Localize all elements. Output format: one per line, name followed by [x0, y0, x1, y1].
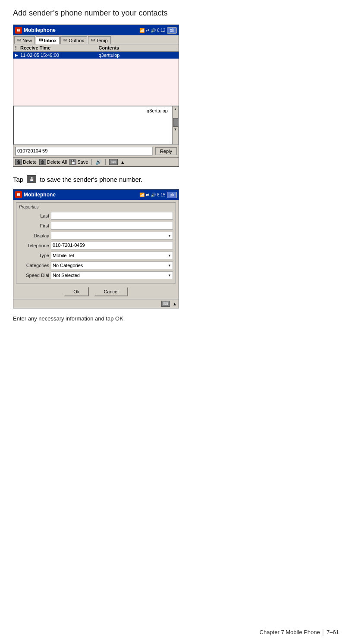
input-speed-dial[interactable]: Not Selected ▼ — [51, 271, 173, 279]
speed-dial-dropdown-arrow: ▼ — [168, 274, 171, 277]
instruction-rest-text: to save the sender's phone number. — [40, 176, 142, 183]
phone-number-display: 010720104 59 — [15, 147, 153, 156]
field-display: Display ▼ — [19, 232, 173, 240]
field-categories: Categories No Categories ▼ — [19, 261, 173, 269]
input-type[interactable]: Mobile Tel ▼ — [51, 252, 173, 259]
phone-reply-row: 010720104 59 Reply — [13, 145, 179, 157]
msg-text-area: q3erttuiop ▲ ▼ — [13, 106, 179, 145]
mail-icon-inbox: ✉ — [39, 37, 43, 43]
display-dropdown-arrow: ▼ — [168, 234, 171, 238]
delete-all-label: Delete All — [47, 159, 67, 165]
input-telephone[interactable]: 010-7201-0459 — [51, 242, 173, 249]
bottom-toolbar-1: 🗑 Delete 🗑 Delete All 💾 Save 🔊 ⌨ ▲ — [13, 157, 179, 166]
sync-icon: ⇄ — [146, 28, 149, 33]
reply-button[interactable]: Reply — [155, 147, 177, 155]
ok-cancel-row: Ok Cancel — [13, 287, 179, 296]
arrow-up-icon: ▲ — [120, 160, 125, 165]
tab-temp-label: Temp — [96, 38, 108, 43]
tab-new[interactable]: ✉ New — [14, 36, 35, 44]
app-name-2: Mobilephone — [24, 192, 138, 198]
delete-label: Delete — [23, 159, 37, 165]
delete-button[interactable]: 🗑 Delete — [15, 159, 37, 165]
input-first[interactable] — [51, 222, 173, 230]
msg-alert-icon: ▶ — [15, 53, 20, 57]
field-speed-dial: Speed Dial Not Selected ▼ — [19, 271, 173, 279]
bottom-toolbar-2: ⌨ ▲ — [13, 299, 179, 308]
mail-icon-new: ✉ — [17, 37, 21, 43]
tab-temp[interactable]: ✉ Temp — [88, 36, 111, 44]
tab-inbox[interactable]: ✉ Inbox — [36, 36, 60, 44]
properties-title: Properties — [19, 205, 173, 209]
speaker-icon: 🔊 — [95, 159, 102, 165]
tab-outbox[interactable]: ✉ Outbox — [60, 36, 87, 44]
toolbar-separator-1 — [91, 159, 92, 165]
keyboard-icon[interactable]: ⌨ — [109, 159, 118, 165]
scrollbar-thumb[interactable] — [173, 118, 178, 127]
delete-all-icon: 🗑 — [39, 159, 46, 165]
type-dropdown-arrow: ▼ — [168, 254, 171, 258]
ok-dialog-button[interactable]: Ok — [64, 287, 89, 296]
label-type: Type — [19, 253, 49, 258]
type-value: Mobile Tel — [53, 253, 74, 258]
windows-icon-2: ⊞ — [15, 191, 22, 198]
volume-icon-2: 🔊 — [151, 193, 156, 197]
title-bar-1: ⊞ Mobilephone 📶 ⇄ 🔊 6:12 ok — [13, 25, 179, 35]
instruction-tap-text: Tap — [13, 176, 23, 183]
delete-icon: 🗑 — [15, 159, 22, 165]
mail-icon-outbox: ✉ — [63, 37, 67, 43]
scrollbar[interactable]: ▲ ▼ — [172, 106, 178, 144]
input-display[interactable]: ▼ — [51, 232, 173, 240]
keyboard-icon-2[interactable]: ⌨ — [161, 301, 170, 307]
ok-button-2[interactable]: ok — [167, 192, 177, 198]
screenshot-1: ⊞ Mobilephone 📶 ⇄ 🔊 6:12 ok ✉ New ✉ Inbo… — [13, 25, 179, 167]
scroll-up-arrow[interactable]: ▲ — [173, 106, 178, 112]
signal-icon: 📶 — [139, 28, 145, 33]
tab-bar-1: ✉ New ✉ Inbox ✉ Outbox ✉ Temp — [13, 35, 179, 44]
label-last: Last — [19, 213, 49, 218]
input-categories[interactable]: No Categories ▼ — [51, 261, 173, 269]
tab-outbox-label: Outbox — [69, 38, 84, 43]
scroll-down-arrow[interactable]: ▼ — [173, 127, 178, 132]
col-time: Receive Time — [20, 45, 99, 50]
msg-preview-area — [13, 59, 179, 106]
tab-new-label: New — [22, 38, 32, 43]
field-telephone: Telephone 010-7201-0459 — [19, 242, 173, 249]
instruction-paragraph: Tap 💾 to save the sender's phone number. — [13, 175, 339, 183]
categories-dropdown-arrow: ▼ — [168, 264, 171, 268]
delete-all-button[interactable]: 🗑 Delete All — [39, 159, 67, 165]
save-icon: 💾 — [69, 159, 76, 165]
page-heading: Add sender’s phone number to your contac… — [13, 9, 339, 18]
arrow-up-icon-2: ▲ — [173, 302, 177, 306]
time-display-2: 6:15 — [157, 193, 165, 197]
volume-icon: 🔊 — [151, 28, 156, 33]
signal-icon-2: 📶 — [139, 193, 145, 197]
message-row[interactable]: ▶ 11-02-05 15:49:00 q3erttuiop — [13, 52, 179, 59]
save-icon-instruction: 💾 — [27, 175, 36, 183]
save-button[interactable]: 💾 Save — [69, 159, 88, 165]
page-footer: Chapter 7 Mobile Phone │ 7–61 — [260, 629, 339, 635]
status-icons-2: 📶 ⇄ 🔊 6:15 — [139, 193, 165, 197]
field-first: First — [19, 222, 173, 230]
col-contents: Contents — [99, 45, 177, 50]
properties-box: Properties Last First Display ▼ T — [16, 202, 176, 283]
label-display: Display — [19, 233, 49, 238]
app-name-1: Mobilephone — [24, 27, 138, 33]
title-bar-2: ⊞ Mobilephone 📶 ⇄ 🔊 6:15 ok — [13, 190, 179, 200]
cancel-dialog-button[interactable]: Cancel — [94, 287, 128, 296]
label-speed-dial: Speed Dial — [19, 273, 49, 278]
tab-inbox-label: Inbox — [44, 38, 57, 43]
field-last: Last — [19, 212, 173, 220]
input-last[interactable] — [51, 212, 173, 220]
sync-icon-2: ⇄ — [146, 193, 149, 197]
save-label: Save — [77, 159, 88, 165]
msg-text-content: q3erttuiop — [17, 108, 176, 113]
time-display: 6:12 — [157, 28, 165, 33]
msg-contents: q3erttuiop — [99, 53, 177, 58]
screenshot-2: ⊞ Mobilephone 📶 ⇄ 🔊 6:15 ok Properties L… — [13, 189, 179, 308]
enter-info-text: Enter any necessary information and tap … — [13, 315, 339, 322]
label-telephone: Telephone — [19, 243, 49, 248]
status-icons-1: 📶 ⇄ 🔊 6:12 — [139, 28, 165, 33]
ok-button-1[interactable]: ok — [167, 27, 177, 34]
mail-icon-temp: ✉ — [91, 37, 95, 43]
windows-icon: ⊞ — [15, 27, 22, 34]
